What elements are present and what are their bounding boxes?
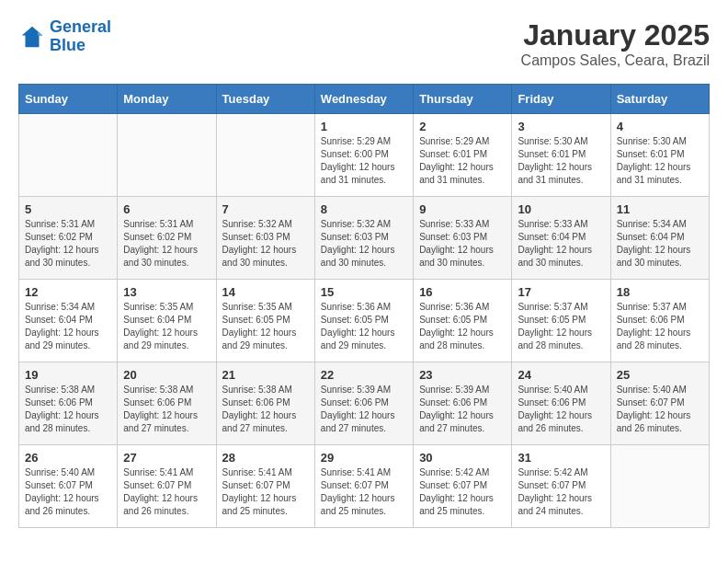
calendar-cell: 17Sunrise: 5:37 AM Sunset: 6:05 PM Dayli… — [512, 280, 610, 362]
day-info: Sunrise: 5:32 AM Sunset: 6:03 PM Dayligh… — [321, 218, 407, 270]
day-number: 4 — [617, 120, 703, 133]
calendar-cell: 22Sunrise: 5:39 AM Sunset: 6:06 PM Dayli… — [314, 362, 413, 445]
calendar-cell: 19Sunrise: 5:38 AM Sunset: 6:06 PM Dayli… — [19, 362, 118, 445]
day-number: 18 — [617, 285, 703, 299]
day-info: Sunrise: 5:40 AM Sunset: 6:06 PM Dayligh… — [518, 384, 604, 435]
calendar-cell: 18Sunrise: 5:37 AM Sunset: 6:06 PM Dayli… — [610, 280, 709, 362]
calendar-cell: 28Sunrise: 5:41 AM Sunset: 6:07 PM Dayli… — [216, 445, 314, 528]
day-number: 23 — [419, 368, 506, 382]
day-number: 14 — [222, 285, 309, 299]
calendar-cell: 2Sunrise: 5:29 AM Sunset: 6:01 PM Daylig… — [414, 114, 512, 197]
day-number: 15 — [321, 285, 407, 299]
day-number: 27 — [123, 451, 210, 465]
calendar-cell — [19, 114, 118, 197]
day-number: 29 — [321, 451, 407, 465]
svg-marker-0 — [22, 27, 43, 48]
calendar-cell: 21Sunrise: 5:38 AM Sunset: 6:06 PM Dayli… — [216, 362, 314, 445]
header-day: Monday — [118, 85, 216, 114]
day-number: 24 — [518, 368, 604, 382]
calendar-cell: 30Sunrise: 5:42 AM Sunset: 6:07 PM Dayli… — [414, 445, 512, 528]
day-number: 26 — [25, 451, 111, 465]
calendar-cell: 13Sunrise: 5:35 AM Sunset: 6:04 PM Dayli… — [118, 280, 216, 362]
day-number: 12 — [25, 285, 111, 299]
calendar-cell: 25Sunrise: 5:40 AM Sunset: 6:07 PM Dayli… — [610, 362, 709, 445]
calendar-cell: 16Sunrise: 5:36 AM Sunset: 6:05 PM Dayli… — [414, 280, 512, 362]
header-row: SundayMondayTuesdayWednesdayThursdayFrid… — [19, 85, 710, 114]
day-info: Sunrise: 5:39 AM Sunset: 6:06 PM Dayligh… — [321, 384, 407, 435]
day-info: Sunrise: 5:36 AM Sunset: 6:05 PM Dayligh… — [321, 301, 407, 352]
day-info: Sunrise: 5:38 AM Sunset: 6:06 PM Dayligh… — [123, 384, 210, 435]
logo-icon — [18, 23, 46, 51]
day-info: Sunrise: 5:32 AM Sunset: 6:03 PM Dayligh… — [222, 218, 309, 270]
day-info: Sunrise: 5:41 AM Sunset: 6:07 PM Dayligh… — [222, 466, 309, 518]
day-info: Sunrise: 5:33 AM Sunset: 6:04 PM Dayligh… — [518, 218, 604, 270]
day-info: Sunrise: 5:41 AM Sunset: 6:07 PM Dayligh… — [123, 466, 210, 518]
calendar-cell: 29Sunrise: 5:41 AM Sunset: 6:07 PM Dayli… — [314, 445, 413, 528]
logo-line2: Blue — [50, 36, 85, 54]
logo: General Blue — [18, 18, 111, 55]
calendar-week-row: 5Sunrise: 5:31 AM Sunset: 6:02 PM Daylig… — [19, 197, 710, 280]
calendar-week-row: 26Sunrise: 5:40 AM Sunset: 6:07 PM Dayli… — [19, 445, 710, 528]
day-number: 1 — [321, 120, 407, 133]
calendar-cell: 5Sunrise: 5:31 AM Sunset: 6:02 PM Daylig… — [19, 197, 118, 280]
day-info: Sunrise: 5:30 AM Sunset: 6:01 PM Dayligh… — [617, 135, 703, 187]
calendar-cell: 3Sunrise: 5:30 AM Sunset: 6:01 PM Daylig… — [512, 114, 610, 197]
day-info: Sunrise: 5:37 AM Sunset: 6:06 PM Dayligh… — [617, 301, 703, 352]
day-number: 13 — [123, 285, 210, 299]
calendar-cell: 24Sunrise: 5:40 AM Sunset: 6:06 PM Dayli… — [512, 362, 610, 445]
calendar-week-row: 12Sunrise: 5:34 AM Sunset: 6:04 PM Dayli… — [19, 280, 710, 362]
calendar-cell: 8Sunrise: 5:32 AM Sunset: 6:03 PM Daylig… — [314, 197, 413, 280]
header-day: Friday — [512, 85, 610, 114]
header-day: Thursday — [414, 85, 512, 114]
day-info: Sunrise: 5:33 AM Sunset: 6:03 PM Dayligh… — [419, 218, 506, 270]
calendar-cell: 7Sunrise: 5:32 AM Sunset: 6:03 PM Daylig… — [216, 197, 314, 280]
calendar-cell: 11Sunrise: 5:34 AM Sunset: 6:04 PM Dayli… — [610, 197, 709, 280]
day-info: Sunrise: 5:31 AM Sunset: 6:02 PM Dayligh… — [25, 218, 111, 270]
calendar-cell — [216, 114, 314, 197]
day-number: 7 — [222, 202, 309, 216]
day-info: Sunrise: 5:31 AM Sunset: 6:02 PM Dayligh… — [123, 218, 210, 270]
day-info: Sunrise: 5:35 AM Sunset: 6:04 PM Dayligh… — [123, 301, 210, 352]
day-info: Sunrise: 5:37 AM Sunset: 6:05 PM Dayligh… — [518, 301, 604, 352]
calendar-table: SundayMondayTuesdayWednesdayThursdayFrid… — [18, 84, 710, 528]
day-number: 25 — [617, 368, 703, 382]
day-number: 17 — [518, 285, 604, 299]
header-day: Sunday — [19, 85, 118, 114]
calendar-cell: 10Sunrise: 5:33 AM Sunset: 6:04 PM Dayli… — [512, 197, 610, 280]
day-info: Sunrise: 5:42 AM Sunset: 6:07 PM Dayligh… — [518, 466, 604, 518]
calendar-week-row: 19Sunrise: 5:38 AM Sunset: 6:06 PM Dayli… — [19, 362, 710, 445]
calendar-cell: 27Sunrise: 5:41 AM Sunset: 6:07 PM Dayli… — [118, 445, 216, 528]
calendar-subtitle: Campos Sales, Ceara, Brazil — [521, 52, 710, 69]
day-info: Sunrise: 5:34 AM Sunset: 6:04 PM Dayligh… — [617, 218, 703, 270]
day-number: 8 — [321, 202, 407, 216]
calendar-cell — [610, 445, 709, 528]
calendar-cell: 14Sunrise: 5:35 AM Sunset: 6:05 PM Dayli… — [216, 280, 314, 362]
calendar-cell: 31Sunrise: 5:42 AM Sunset: 6:07 PM Dayli… — [512, 445, 610, 528]
day-info: Sunrise: 5:30 AM Sunset: 6:01 PM Dayligh… — [518, 135, 604, 187]
header-day: Saturday — [610, 85, 709, 114]
day-number: 5 — [25, 202, 111, 216]
day-info: Sunrise: 5:40 AM Sunset: 6:07 PM Dayligh… — [25, 466, 111, 518]
day-info: Sunrise: 5:38 AM Sunset: 6:06 PM Dayligh… — [222, 384, 309, 435]
day-number: 30 — [419, 451, 506, 465]
calendar-cell: 6Sunrise: 5:31 AM Sunset: 6:02 PM Daylig… — [118, 197, 216, 280]
day-info: Sunrise: 5:36 AM Sunset: 6:05 PM Dayligh… — [419, 301, 506, 352]
day-number: 6 — [123, 202, 210, 216]
day-number: 2 — [419, 120, 506, 133]
calendar-cell: 12Sunrise: 5:34 AM Sunset: 6:04 PM Dayli… — [19, 280, 118, 362]
day-info: Sunrise: 5:38 AM Sunset: 6:06 PM Dayligh… — [25, 384, 111, 435]
day-info: Sunrise: 5:34 AM Sunset: 6:04 PM Dayligh… — [25, 301, 111, 352]
calendar-week-row: 1Sunrise: 5:29 AM Sunset: 6:00 PM Daylig… — [19, 114, 710, 197]
header-day: Wednesday — [314, 85, 413, 114]
day-info: Sunrise: 5:29 AM Sunset: 6:00 PM Dayligh… — [321, 135, 407, 187]
day-number: 22 — [321, 368, 407, 382]
day-info: Sunrise: 5:41 AM Sunset: 6:07 PM Dayligh… — [321, 466, 407, 518]
calendar-cell: 1Sunrise: 5:29 AM Sunset: 6:00 PM Daylig… — [314, 114, 413, 197]
calendar-cell — [118, 114, 216, 197]
day-number: 20 — [123, 368, 210, 382]
day-number: 31 — [518, 451, 604, 465]
calendar-cell: 26Sunrise: 5:40 AM Sunset: 6:07 PM Dayli… — [19, 445, 118, 528]
logo-text: General Blue — [50, 18, 111, 55]
calendar-title: January 2025 — [521, 18, 710, 52]
calendar-cell: 15Sunrise: 5:36 AM Sunset: 6:05 PM Dayli… — [314, 280, 413, 362]
